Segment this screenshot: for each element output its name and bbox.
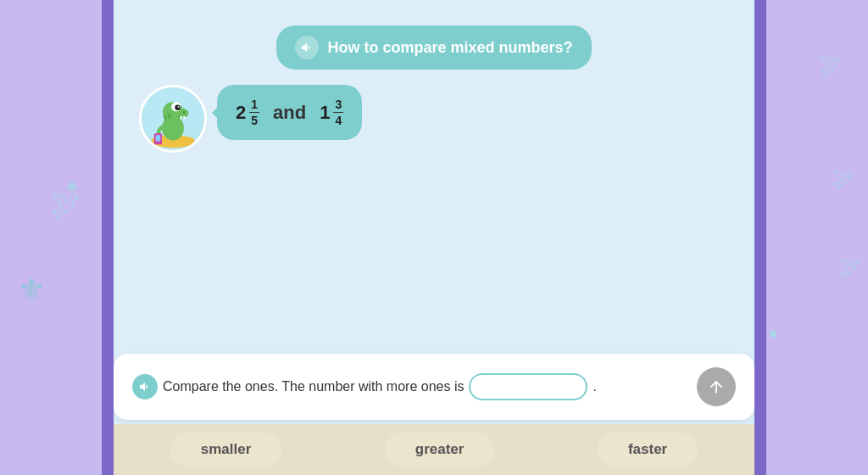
answer-input[interactable] (469, 373, 587, 400)
svg-rect-9 (180, 116, 182, 119)
deco-dot-small (68, 182, 76, 191)
choice-smaller[interactable]: smaller (170, 433, 282, 467)
avatar (139, 85, 207, 153)
mixed-number-2: 1 3 4 (320, 97, 343, 128)
fraction-2-den: 4 (333, 113, 343, 128)
side-bar-right (754, 0, 766, 475)
fraction-2-num: 3 (333, 97, 343, 113)
choice-greater[interactable]: greater (385, 433, 495, 467)
instruction-text-before: Compare the ones. The number with more o… (163, 379, 464, 394)
whole-2: 1 (320, 102, 330, 124)
instruction-box: Compare the ones. The number with more o… (114, 354, 754, 420)
svg-rect-12 (156, 135, 161, 141)
char-speech-bubble: 2 1 5 and 1 3 4 (217, 85, 362, 140)
fraction-1: 1 5 (249, 97, 259, 128)
svg-point-6 (175, 105, 180, 110)
instruction-speaker-icon[interactable] (132, 374, 158, 400)
character-row: 2 1 5 and 1 3 4 (139, 85, 729, 153)
connector-text: and (273, 102, 306, 124)
fraction-1-num: 1 (249, 97, 259, 113)
deco-bird-right-3: 🕊 (839, 254, 861, 281)
choices-bar: smaller greater faster (102, 424, 766, 475)
svg-point-7 (178, 106, 180, 108)
deco-bird-1: 🕊 (51, 187, 81, 222)
fraction-1-den: 5 (249, 113, 259, 128)
submit-button[interactable] (697, 367, 736, 406)
whole-1: 2 (236, 102, 246, 124)
svg-rect-10 (183, 116, 186, 119)
svg-point-8 (183, 111, 185, 113)
choice-faster[interactable]: faster (598, 433, 698, 467)
deco-bird-2: ⚜ (17, 271, 46, 309)
deco-bird-right-2: 🕊 (833, 165, 855, 192)
deco-bird-right-1: 🕊 (819, 51, 843, 79)
instruction-content: Compare the ones. The number with more o… (132, 373, 688, 400)
instruction-text-after: . (593, 379, 596, 394)
question-bubble: How to compare mixed numbers? (276, 25, 591, 70)
question-speaker-icon[interactable] (295, 36, 319, 59)
deco-dot-right (770, 331, 776, 338)
fraction-2: 3 4 (333, 97, 343, 128)
side-bar-left (102, 0, 114, 475)
question-text: How to compare mixed numbers? (327, 39, 572, 57)
mixed-number-1: 2 1 5 (236, 97, 259, 128)
